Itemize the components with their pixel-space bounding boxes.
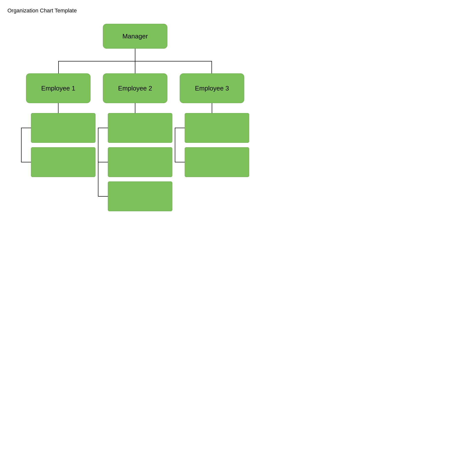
emp1-sub-tree (21, 113, 95, 177)
emp-column-2: Employee 2 (103, 73, 167, 211)
level-manager: Manager (103, 24, 167, 49)
emp3-sub-node-2 (185, 147, 249, 177)
emp2-sub-tree (98, 113, 172, 211)
emp3-sub-tree (175, 113, 249, 177)
emp2-sub-node-1 (108, 113, 172, 143)
v-drop-2 (135, 61, 135, 73)
h-line-row (26, 61, 244, 73)
employee-2-node: Employee 2 (103, 73, 167, 103)
emp2-v-connector (135, 103, 135, 113)
employee-3-label: Employee 3 (195, 85, 229, 92)
emp3-sub-h-stub-2 (175, 162, 185, 162)
emp-column-3: Employee 3 (180, 73, 244, 177)
emp2-sub-row-1 (98, 113, 172, 143)
emp1-sub-node-2 (31, 147, 95, 177)
emp1-sub-node-1 (31, 113, 95, 143)
emp2-sub-node-2 (108, 147, 172, 177)
org-chart: Manager Employee 1 (7, 24, 263, 211)
emp-column-1: Employee 1 (26, 73, 90, 177)
emp1-v-rail (21, 128, 22, 162)
emp1-sub-h-stub-1 (21, 128, 31, 128)
emp1-sub-row-1 (21, 113, 95, 143)
manager-label: Manager (122, 32, 148, 40)
emp1-v-connector (58, 103, 59, 113)
emp1-sub-row-2 (21, 147, 95, 177)
emp2-sub-row-3 (98, 181, 172, 211)
emp3-sub-node-1 (185, 113, 249, 143)
emp3-sub-h-stub-1 (175, 128, 185, 128)
v-drop-1 (58, 61, 59, 73)
emp3-sub-row-1 (175, 113, 249, 143)
v-drop-3 (211, 61, 212, 73)
emp3-sub-row-2 (175, 147, 249, 177)
employee-1-node: Employee 1 (26, 73, 90, 103)
emp2-sub-h-stub-1 (98, 128, 108, 128)
manager-node: Manager (103, 24, 167, 49)
emp3-v-rail (175, 128, 175, 162)
emp2-sub-row-2 (98, 147, 172, 177)
manager-connector (135, 49, 135, 61)
three-cols: Employee 1 (26, 73, 244, 211)
emp2-sub-h-stub-3 (98, 196, 108, 197)
emp2-v-rail (98, 128, 98, 196)
emp3-v-connector (212, 103, 212, 113)
employee-3-node: Employee 3 (180, 73, 244, 103)
emp2-sub-h-stub-2 (98, 162, 108, 162)
emp2-sub-node-3 (108, 181, 172, 211)
employee-1-label: Employee 1 (41, 85, 75, 92)
employee-2-label: Employee 2 (118, 85, 152, 92)
emp1-sub-h-stub-2 (21, 162, 31, 162)
page-title: Organization Chart Template (7, 7, 263, 14)
